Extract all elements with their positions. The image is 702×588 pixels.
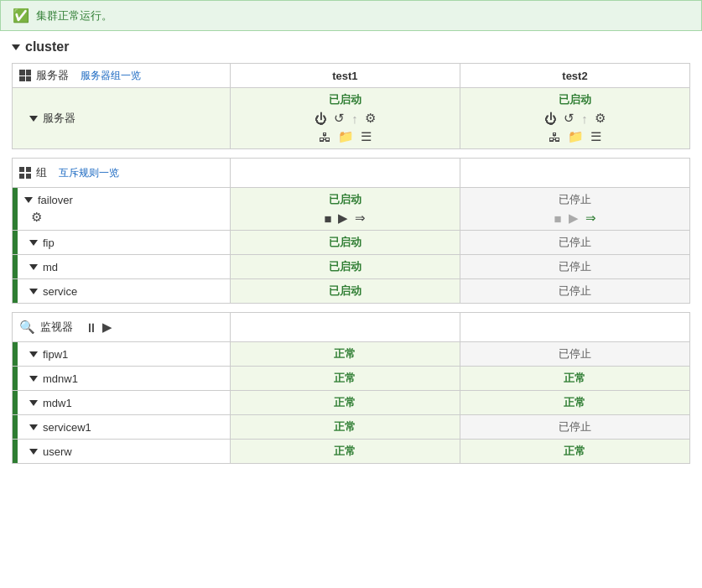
folder-icon-t1[interactable]: 📁 bbox=[338, 129, 354, 144]
servicew1-expand-icon[interactable] bbox=[29, 424, 38, 430]
settings-icon-t1[interactable]: ⚙ bbox=[365, 111, 376, 126]
groups-link[interactable]: 互斥规则一览 bbox=[59, 166, 119, 180]
up-icon-t1[interactable]: ↑ bbox=[351, 112, 358, 126]
folder-icon-t2[interactable]: 📁 bbox=[568, 129, 584, 144]
servicew1-label: servicew1 bbox=[43, 421, 91, 434]
up-icon-t2[interactable]: ↑ bbox=[581, 112, 588, 126]
check-icon: ✅ bbox=[13, 8, 29, 23]
userw-test2-cell: 正常 bbox=[460, 440, 689, 464]
server-test1-status: 已启动 bbox=[237, 92, 453, 107]
failover-test1-icons: ■ ▶ ⇒ bbox=[237, 211, 453, 226]
list-icon-t2[interactable]: ☰ bbox=[590, 129, 601, 144]
fipw1-test2-status: 已停止 bbox=[559, 347, 591, 360]
failover-test2-icons: ■ ▶ ⇒ bbox=[467, 211, 683, 226]
md-test1-status: 已启动 bbox=[329, 260, 361, 273]
server-test2-cell: 已启动 ⏻ ↺ ↑ ⚙ 🖧 📁 ☰ bbox=[460, 88, 689, 149]
service-label: service bbox=[43, 285, 77, 298]
service-row: service 已启动 已停止 bbox=[13, 279, 690, 304]
groups-grid-icon bbox=[19, 167, 31, 179]
userw-test1-cell: 正常 bbox=[230, 440, 460, 464]
server-expand-icon[interactable] bbox=[29, 116, 38, 122]
power-icon-t2[interactable]: ⏻ bbox=[544, 112, 557, 126]
power-icon-t1[interactable]: ⏻ bbox=[315, 112, 327, 126]
monitor-section-header: 🔍 监视器 ⏸ ▶ bbox=[13, 313, 690, 342]
servicew1-test1-status: 正常 bbox=[334, 420, 356, 433]
monitor-play-icon[interactable]: ▶ bbox=[102, 320, 112, 335]
server-test2-icons: ⏻ ↺ ↑ ⚙ bbox=[467, 111, 683, 126]
md-expand-icon[interactable] bbox=[29, 264, 38, 270]
fipw1-expand-icon[interactable] bbox=[29, 351, 38, 357]
search-icon: 🔍 bbox=[19, 320, 35, 335]
service-test1-status: 已启动 bbox=[329, 284, 361, 297]
userw-expand-icon[interactable] bbox=[29, 449, 38, 455]
server-test2-status: 已启动 bbox=[467, 92, 683, 107]
mdw1-test1-status: 正常 bbox=[334, 396, 356, 408]
list-icon-t1[interactable]: ☰ bbox=[361, 129, 372, 144]
servers-link[interactable]: 服务器组一览 bbox=[81, 69, 141, 83]
service-test2-cell: 已停止 bbox=[460, 279, 689, 304]
fip-expand-icon[interactable] bbox=[29, 240, 38, 246]
mdnw1-label: mdnw1 bbox=[43, 372, 78, 385]
main-table: 服务器 服务器组一览 test1 test2 服务器 已启动 ⏻ ↺ ↑ bbox=[12, 63, 690, 464]
restart-icon-t1[interactable]: ↺ bbox=[334, 111, 345, 126]
servicew1-test1-cell: 正常 bbox=[230, 415, 460, 440]
md-row: md 已启动 已停止 bbox=[13, 255, 690, 279]
failover-settings-icon[interactable]: ⚙ bbox=[31, 210, 42, 224]
fip-test2-cell: 已停止 bbox=[460, 231, 689, 255]
service-expand-icon[interactable] bbox=[29, 289, 38, 294]
monitor-label: 监视器 bbox=[40, 320, 73, 335]
fipw1-label: fipw1 bbox=[43, 348, 68, 361]
restart-icon-t2[interactable]: ↺ bbox=[564, 111, 575, 126]
fipw1-test2-cell: 已停止 bbox=[460, 342, 689, 367]
migrate-icon-t2[interactable]: ⇒ bbox=[585, 211, 596, 226]
play-icon-t1[interactable]: ▶ bbox=[338, 211, 348, 226]
fip-test1-cell: 已启动 bbox=[230, 231, 460, 255]
service-test2-status: 已停止 bbox=[559, 284, 591, 297]
mdw1-test1-cell: 正常 bbox=[230, 391, 460, 415]
mdw1-test2-cell: 正常 bbox=[460, 391, 689, 415]
settings-icon-t2[interactable]: ⚙ bbox=[595, 111, 606, 126]
groups-label: 组 bbox=[36, 165, 47, 180]
failover-expand-icon[interactable] bbox=[24, 197, 33, 203]
cluster-label: cluster bbox=[25, 39, 69, 55]
mdw1-test2-status: 正常 bbox=[564, 396, 585, 408]
stop-icon-t1[interactable]: ■ bbox=[324, 211, 331, 226]
failover-row: failover ⚙ 已启动 ■ ▶ ⇒ 已停止 ■ ▶ ⇒ bbox=[13, 188, 690, 231]
servicew1-row: servicew1 正常 已停止 bbox=[13, 415, 690, 440]
fip-test2-status: 已停止 bbox=[559, 236, 591, 248]
failover-test2-status: 已停止 bbox=[467, 192, 683, 207]
fipw1-test1-status: 正常 bbox=[334, 347, 356, 360]
detail-icon-t2[interactable]: 🖧 bbox=[549, 130, 561, 144]
failover-label: failover bbox=[38, 194, 73, 206]
mdw1-label: mdw1 bbox=[43, 397, 72, 409]
mdnw1-test1-cell: 正常 bbox=[230, 367, 460, 391]
fip-row: fip 已启动 已停止 bbox=[13, 231, 690, 255]
detail-icon-t1[interactable]: 🖧 bbox=[319, 130, 331, 144]
server-test1-icons: ⏻ ↺ ↑ ⚙ bbox=[237, 111, 453, 126]
servicew1-test2-status: 已停止 bbox=[559, 420, 591, 433]
server-sub-label: 服务器 bbox=[43, 111, 75, 126]
mdnw1-test2-cell: 正常 bbox=[460, 367, 689, 391]
md-label: md bbox=[43, 261, 58, 273]
groups-section-header: 组 互斥规则一览 bbox=[13, 159, 690, 188]
failover-test1-cell: 已启动 ■ ▶ ⇒ bbox=[230, 188, 460, 231]
server-row: 服务器 已启动 ⏻ ↺ ↑ ⚙ 🖧 📁 ☰ 已启动 bbox=[13, 88, 690, 149]
mdnw1-test2-status: 正常 bbox=[564, 372, 585, 384]
failover-test1-status: 已启动 bbox=[237, 192, 453, 207]
mdnw1-expand-icon[interactable] bbox=[29, 376, 38, 382]
cluster-expand-icon[interactable] bbox=[12, 44, 20, 50]
play-icon-t2[interactable]: ▶ bbox=[569, 211, 579, 226]
server-test2-icons2: 🖧 📁 ☰ bbox=[467, 129, 683, 144]
test2-header: test2 bbox=[460, 64, 689, 88]
fipw1-test1-cell: 正常 bbox=[230, 342, 460, 367]
migrate-icon-t1[interactable]: ⇒ bbox=[355, 211, 366, 226]
monitor-pause-icon[interactable]: ⏸ bbox=[85, 320, 97, 335]
status-banner: ✅ 集群正常运行。 bbox=[0, 0, 702, 31]
md-test2-status: 已停止 bbox=[559, 260, 591, 273]
servicew1-test2-cell: 已停止 bbox=[460, 415, 689, 440]
mdnw1-row: mdnw1 正常 正常 bbox=[13, 367, 690, 391]
cluster-section: cluster 服务器 服务器组一览 test1 test2 服务器 bbox=[0, 31, 702, 464]
fip-test1-status: 已启动 bbox=[329, 236, 361, 248]
stop-icon-t2[interactable]: ■ bbox=[554, 211, 561, 226]
mdw1-expand-icon[interactable] bbox=[29, 400, 38, 406]
